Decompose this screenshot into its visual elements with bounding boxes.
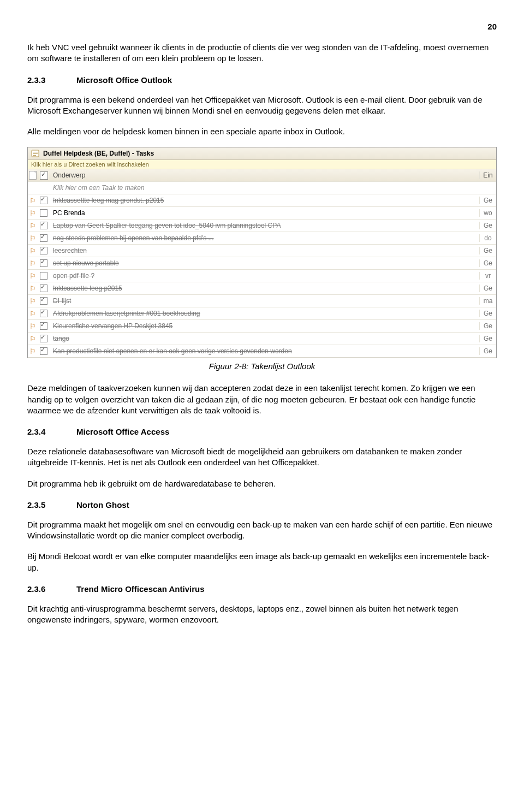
task-row[interactable]: ⚐DI-lijstma [28,295,496,307]
section-title: Norton Ghost [76,500,129,509]
task-flag-icon: ⚐ [28,247,38,255]
task-checkbox[interactable] [38,310,50,317]
task-checkbox[interactable] [38,272,50,280]
task-row[interactable]: ⚐tangoGe [28,333,496,345]
task-subject: PC Brenda [50,209,479,217]
section-heading-234: 2.3.4Microsoft Office Access [27,427,497,436]
section-title: Microsoft Office Outlook [76,75,172,85]
section-heading-236: 2.3.6Trend Micro Officescan Antivirus [27,584,497,594]
task-subject: leesrechten [50,247,479,254]
task-row[interactable]: ⚐Inktcassettte leeg mag grondst. p2015Ge [28,194,496,207]
task-checkbox[interactable] [38,197,50,204]
task-checkbox[interactable] [38,322,50,330]
task-end: Ge [479,322,496,330]
new-task-hint[interactable]: Klik hier om een Taak te maken [50,184,479,192]
task-end: Ge [479,285,496,292]
column-header-icon[interactable] [28,171,38,180]
paragraph: Deze relationele databasesoftware van Mi… [27,446,497,469]
task-row[interactable]: ⚐open pdf-file ?vr [28,270,496,282]
task-flag-icon: ⚐ [28,322,38,330]
task-checkbox[interactable] [38,347,50,355]
task-flag-icon: ⚐ [28,209,38,217]
task-end: Ge [479,247,496,254]
window-titlebar: Duffel Helpdesk (BE, Duffel) - Tasks [28,147,496,160]
new-task-row[interactable]: Klik hier om een Taak te maken [28,182,496,194]
task-checkbox[interactable] [38,234,50,242]
task-subject: Laptop van Geert Spallier toegang geven … [50,222,479,229]
task-end: wo [479,209,496,217]
tasks-icon [31,149,40,158]
task-checkbox[interactable] [38,297,50,305]
task-flag-icon: ⚐ [28,259,38,268]
section-title: Trend Micro Officescan Antivirus [76,584,205,594]
section-number: 2.3.5 [27,500,76,509]
task-checkbox[interactable] [38,335,50,342]
task-row[interactable]: ⚐Inktcassette leeg p2015Ge [28,282,496,295]
page-icon [29,171,37,180]
task-row[interactable]: ⚐leesrechtenGe [28,245,496,257]
section-title: Microsoft Office Access [76,427,169,436]
task-row[interactable]: ⚐set up nieuwe portableGe [28,257,496,270]
task-checkbox[interactable] [38,209,50,217]
task-subject: Kleurenfiche vervangen HP Deskjet 3845 [50,322,479,330]
outlook-tasks-window: Duffel Helpdesk (BE, Duffel) - Tasks Kli… [27,147,497,358]
page-number: 20 [27,22,497,31]
task-end: Ge [479,222,496,229]
task-subject: set up nieuwe portable [50,259,479,267]
column-header-subject[interactable]: Onderwerp [50,171,479,179]
task-checkbox[interactable] [38,285,50,292]
paragraph: Dit programma is een bekend onderdeel va… [27,94,497,117]
svg-rect-1 [33,152,38,152]
paragraph: Alle meldingen voor de helpdesk komen bi… [27,126,497,137]
checkmark-icon [40,171,48,180]
task-row[interactable]: ⚐Afdrukproblemen laserjetprinter #001 bo… [28,307,496,320]
task-end: do [479,234,496,242]
task-flag-icon: ⚐ [28,297,38,305]
column-headers: Onderwerp Ein [28,169,496,182]
task-end: ma [479,297,496,305]
task-subject: open pdf-file ? [50,272,479,280]
column-header-end[interactable]: Ein [479,171,496,179]
task-flag-icon: ⚐ [28,335,38,343]
paragraph: Dit krachtig anti-virusprogramma bescher… [27,603,497,626]
task-subject: Kan productiefile niet openen en er kan … [50,347,479,355]
task-end: vr [479,272,496,280]
svg-rect-3 [33,155,36,156]
task-subject: Afdrukproblemen laserjetprinter #001 boe… [50,310,479,317]
task-flag-icon: ⚐ [28,272,38,280]
task-subject: DI-lijst [50,297,479,305]
task-subject: Inktcassettte leeg mag grondst. p2015 [50,197,479,204]
section-number: 2.3.3 [27,75,76,85]
paragraph: Dit programma maakt het mogelijk om snel… [27,519,497,542]
task-flag-icon: ⚐ [28,234,38,242]
task-row[interactable]: ⚐nog steeds problemen bij openen van bep… [28,232,496,245]
task-row[interactable]: ⚐Kan productiefile niet openen en er kan… [28,345,496,358]
section-heading-235: 2.3.5Norton Ghost [27,500,497,509]
task-end: Ge [479,197,496,204]
task-end: Ge [479,335,496,342]
info-bar[interactable]: Klik hier als u Direct zoeken wilt insch… [28,160,496,169]
task-flag-icon: ⚐ [28,310,38,318]
task-row[interactable]: ⚐Laptop van Geert Spallier toegang geven… [28,220,496,232]
task-checkbox[interactable] [38,247,50,254]
svg-rect-2 [33,153,38,154]
section-heading-233: 2.3.3Microsoft Office Outlook [27,75,497,85]
task-subject: Inktcassette leeg p2015 [50,285,479,292]
paragraph: Ik heb VNC veel gebruikt wanneer ik clie… [27,42,497,64]
task-flag-icon: ⚐ [28,197,38,205]
paragraph: Bij Mondi Belcoat wordt er van elke comp… [27,551,497,573]
task-checkbox[interactable] [38,259,50,267]
paragraph: Deze meldingen of taakverzoeken kunnen w… [27,383,497,416]
task-flag-icon: ⚐ [28,285,38,293]
task-subject: nog steeds problemen bij openen van bepa… [50,234,479,242]
column-header-complete[interactable] [38,171,50,180]
paragraph: Dit programma heb ik gebruikt om de hard… [27,478,497,489]
section-number: 2.3.6 [27,584,76,594]
task-flag-icon: ⚐ [28,222,38,230]
task-checkbox[interactable] [38,222,50,229]
task-end: Ge [479,259,496,267]
task-row[interactable]: ⚐Kleurenfiche vervangen HP Deskjet 3845G… [28,320,496,333]
task-row[interactable]: ⚐PC Brendawo [28,207,496,220]
task-end: Ge [479,310,496,317]
window-title: Duffel Helpdesk (BE, Duffel) - Tasks [43,150,154,157]
